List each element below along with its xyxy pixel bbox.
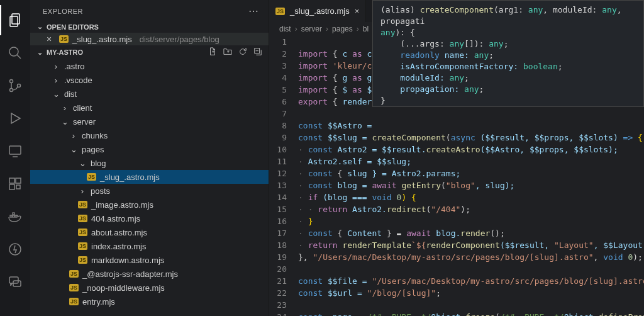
folder-name: MY-ASTRO <box>47 48 83 56</box>
tree-folder-chunks[interactable]: ›chunks <box>30 128 269 142</box>
tree-folder-astro[interactable]: ›.astro <box>30 59 269 73</box>
svg-rect-18 <box>9 277 18 283</box>
svg-line-3 <box>17 55 21 59</box>
tree-file-index[interactable]: JSindex.astro.mjs <box>30 239 269 253</box>
chevron-down-icon: ⌄ <box>78 159 87 168</box>
open-editor-path: dist/server/pages/blog <box>140 35 219 44</box>
action-activity-icon[interactable] <box>0 234 30 264</box>
run-debug-activity-icon[interactable] <box>0 103 30 133</box>
tree-file-image[interactable]: JS_image.astro.mjs <box>30 198 269 212</box>
tree-folder-client[interactable]: ›client <box>30 101 269 115</box>
tree-file-markdown[interactable]: JSmarkdown.astro.mjs <box>30 253 269 267</box>
svg-rect-0 <box>12 14 19 24</box>
comments-activity-icon[interactable] <box>0 267 30 297</box>
tree-folder-pages[interactable]: ⌄pages <box>30 142 269 156</box>
chevron-right-icon: › <box>78 186 87 196</box>
tree-file-slug[interactable]: JS_slug_.astro.mjs <box>30 170 269 184</box>
svg-point-5 <box>10 89 13 92</box>
svg-point-17 <box>9 244 21 255</box>
chevron-down-icon: ⌄ <box>69 145 78 154</box>
js-file-icon: JS <box>78 256 87 264</box>
js-file-icon: JS <box>78 215 87 222</box>
remote-activity-icon[interactable] <box>0 136 30 166</box>
js-file-icon: JS <box>59 35 69 43</box>
source-control-activity-icon[interactable] <box>0 71 30 101</box>
svg-rect-12 <box>16 185 20 189</box>
js-file-icon: JS <box>78 201 87 208</box>
folder-section[interactable]: ⌄ MY-ASTRO <box>30 45 269 59</box>
js-file-icon: JS <box>69 298 79 305</box>
chevron-down-icon: ⌄ <box>35 48 44 57</box>
close-icon[interactable]: × <box>355 6 360 16</box>
activity-bar <box>0 0 30 316</box>
collapse-all-icon[interactable] <box>253 47 262 57</box>
tree-file-404[interactable]: JS404.astro.mjs <box>30 212 269 225</box>
tree-folder-server[interactable]: ⌄server <box>30 115 269 128</box>
file-tree: ›.astro ›.vscode ⌄dist ›client ⌄server ›… <box>30 59 269 308</box>
svg-rect-16 <box>13 213 14 215</box>
extensions-activity-icon[interactable] <box>0 169 30 199</box>
tree-folder-posts[interactable]: ›posts <box>30 184 269 198</box>
chevron-right-icon: › <box>52 76 60 85</box>
open-editors-label: OPEN EDITORS <box>47 23 99 31</box>
chevron-right-icon: › <box>69 131 78 140</box>
breadcrumb-item[interactable]: bl <box>363 25 369 33</box>
js-file-icon: JS <box>87 173 96 181</box>
editor-area: JS _slug_.astro.mjs × dist› server› page… <box>269 0 644 316</box>
explorer-title: EXPLORER <box>43 8 83 15</box>
svg-point-2 <box>9 47 18 56</box>
line-gutter: 1234567891011121314151617181920212223242… <box>269 36 298 316</box>
open-editor-item[interactable]: × JS _slug_.astro.mjs dist/server/pages/… <box>30 33 269 45</box>
explorer-sidebar: EXPLORER ⋯ ⌄ OPEN EDITORS × JS _slug_.as… <box>30 0 269 316</box>
open-editor-filename: _slug_.astro.mjs <box>72 35 132 44</box>
explorer-activity-icon[interactable] <box>0 5 30 35</box>
close-icon[interactable]: × <box>47 34 55 44</box>
explorer-more-icon[interactable]: ⋯ <box>248 5 259 17</box>
tree-folder-dist[interactable]: ⌄dist <box>30 87 269 101</box>
js-file-icon: JS <box>275 8 285 15</box>
js-file-icon: JS <box>78 229 87 236</box>
docker-activity-icon[interactable] <box>0 201 30 232</box>
open-editors-section[interactable]: ⌄ OPEN EDITORS <box>30 21 269 33</box>
svg-point-4 <box>10 80 13 83</box>
new-folder-icon[interactable] <box>223 47 232 57</box>
hover-tooltip: (alias) createComponent(arg1: any, modul… <box>372 0 644 107</box>
tree-folder-vscode[interactable]: ›.vscode <box>30 73 269 87</box>
chevron-right-icon: › <box>60 103 69 113</box>
svg-rect-1 <box>10 16 18 26</box>
tree-file-noop-middleware[interactable]: JS_noop-middleware.mjs <box>30 281 269 295</box>
chevron-down-icon: ⌄ <box>35 23 44 31</box>
svg-rect-11 <box>9 184 14 189</box>
refresh-icon[interactable] <box>238 47 247 57</box>
breadcrumb-item[interactable]: server <box>301 25 322 33</box>
tree-file-ssr-adapter[interactable]: JS_@astrojs-ssr-adapter.mjs <box>30 267 269 281</box>
tab-label: _slug_.astro.mjs <box>290 6 350 16</box>
js-file-icon: JS <box>69 270 79 278</box>
breadcrumb-item[interactable]: pages <box>332 25 353 33</box>
tree-file-entry[interactable]: JSentry.mjs <box>30 295 269 308</box>
chevron-down-icon: ⌄ <box>60 117 69 127</box>
breadcrumb-item[interactable]: dist <box>279 25 291 33</box>
svg-rect-10 <box>16 178 21 183</box>
tree-folder-blog[interactable]: ⌄blog <box>30 156 269 170</box>
js-file-icon: JS <box>78 242 87 250</box>
chevron-down-icon: ⌄ <box>52 89 60 99</box>
js-file-icon: JS <box>69 284 79 291</box>
svg-rect-7 <box>9 146 21 154</box>
svg-rect-14 <box>13 215 14 217</box>
chevron-right-icon: › <box>52 62 60 71</box>
tree-file-about[interactable]: JSabout.astro.mjs <box>30 225 269 239</box>
new-file-icon[interactable] <box>208 47 217 57</box>
editor-tab[interactable]: JS _slug_.astro.mjs × <box>269 0 366 22</box>
svg-point-6 <box>18 84 21 87</box>
svg-rect-13 <box>10 215 12 217</box>
search-activity-icon[interactable] <box>0 38 30 68</box>
svg-rect-9 <box>9 178 14 183</box>
